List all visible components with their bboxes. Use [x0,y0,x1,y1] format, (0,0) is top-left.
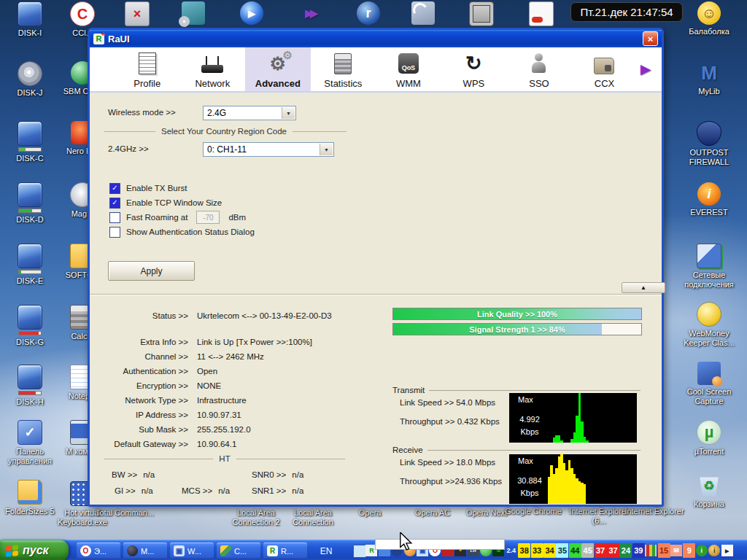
receive-section-header: Receive [392,446,640,454]
tray-badge-15[interactable]: 15 [658,543,670,558]
desktop-icon-балаболка[interactable]: ☺Балаболка [678,1,740,36]
desktop-icon-kmplayer-icon[interactable]: ▶▶ [295,1,325,25]
desktop-icon-everest[interactable]: iEVEREST [678,182,740,217]
desktop-icon-disk-j[interactable]: DISK-J [4,61,55,98]
status-label: Status >> [101,311,188,320]
desktop-icon-satellite-icon[interactable] [409,1,438,25]
desktop-icon-tv-icon[interactable] [467,1,496,26]
desktop-icon-панель-управления[interactable]: ✓Панель управления [4,420,55,466]
monitor-icon: ▣ [174,545,185,556]
desktop-icon-µtorrent[interactable]: µµTorrent [678,420,740,456]
tab-profile[interactable]: Profile [115,47,180,91]
tray-pigeon-icon[interactable]: ✉ [670,545,682,556]
checkbox-row-enable-tcp-window-size[interactable]: ✓Enable TCP Window Size [109,197,222,209]
taskbar-button-r[interactable]: RR... [263,542,307,559]
checkbox-fast-roaming-at[interactable] [109,212,120,223]
taskbar-button-э[interactable]: OЭ... [77,542,120,559]
desktop-icon-disk-c[interactable]: DISK-C [4,121,55,163]
start-button[interactable]: пуск [0,540,69,560]
desktop-icon-label: Балаболка [678,27,740,36]
desktop-icon-recorder-icon[interactable] [527,1,556,26]
next-tab-arrow-icon[interactable]: ► [637,59,662,79]
tray-usage-chart-icon[interactable] [645,545,657,556]
desktop-icon-outpost-firewall[interactable]: OUTPOST FIREWALL [678,121,740,167]
desktop-icon-disk-i[interactable]: DISK-I [4,1,55,38]
desktop-icon-disk-g[interactable]: DISK-G [4,305,55,347]
tab-wps[interactable]: ↻WPS [441,47,507,91]
tray-badge-37[interactable]: 37 [607,543,619,558]
desktop-icon-foldersizes-5[interactable]: FolderSizes 5 [4,480,55,516]
close-icon[interactable]: × [643,31,658,46]
band-label: 2.4GHz >> [108,144,149,153]
tab-statistics[interactable]: Statistics [311,47,376,91]
tray-badge-37[interactable]: 37 [595,543,607,558]
tab-wmm[interactable]: QoSWMM [376,47,441,91]
apply-button[interactable]: Apply [108,261,195,281]
taskbar-button-c[interactable]: C... [217,542,260,559]
window-titlebar[interactable]: R RaUI × [90,30,662,47]
checkbox-row-show-authentication-status-dialog[interactable]: Show Authentication Status Dialog [109,226,255,238]
checkbox-show-authentication-status-dialog[interactable] [109,227,120,238]
chevron-down-icon[interactable]: ▼ [282,107,295,119]
tray-badge-33[interactable]: 33 [531,543,543,558]
status-row-sub-mask: Sub Mask >>255.255.192.0 [101,425,251,434]
control-panel-icon: ✓ [18,420,42,445]
collapse-button[interactable]: ▲ [622,282,665,293]
rx-scale-unit: Kbps [520,489,538,497]
rx-scale-value: 30.884 [517,476,542,485]
tray-badge-24[interactable]: 24 [619,543,632,558]
tray-badge-38[interactable]: 38 [518,543,530,558]
fast-roaming-input[interactable]: -70 [196,211,220,224]
desktop-icon-disk-e[interactable]: DISK-E [4,244,55,286]
tab-icon-wrap [334,50,352,77]
link-quality-text: Link Quality >> 100% [393,308,641,319]
tray-badge-9[interactable]: 9 [683,543,695,558]
metric-value: n/a [292,486,303,495]
utorrent-icon: µ [697,420,721,445]
status-row-status: Status >>Ukrtelecom <--> 00-13-49-E2-00-… [101,311,332,320]
tx-link-speed: Link Speed >> 54.0 Mbps [400,398,495,407]
wireless-mode-select[interactable]: 2.4G ▼ [203,106,296,120]
desktop-icon-mylib[interactable]: MMyLib [678,61,740,96]
checkbox-row-enable-tx-burst[interactable]: ✓Enable TX Burst [109,182,187,194]
tray-info-green-icon[interactable]: i [696,545,708,556]
dbm-suffix-label: dBm [228,213,246,222]
chevron-down-icon[interactable]: ▼ [320,144,333,155]
tab-sso[interactable]: SSO [506,47,572,91]
checkbox-enable-tcp-window-size[interactable]: ✓ [109,198,120,209]
tab-advanced[interactable]: ⚙Advanced [245,47,311,91]
taskbar-button-w[interactable]: ▣W... [170,542,214,559]
language-indicator[interactable]: EN [314,542,338,559]
tx-max-label: Max [518,395,533,404]
taskbar-button-m[interactable]: M... [123,542,167,559]
desktop-icon-disk-d[interactable]: DISK-D [4,182,55,225]
tray-badge-39[interactable]: 39 [632,543,645,558]
desktop-icon-media-player-icon[interactable]: ▶ [237,1,266,25]
tray-volume-display-icon[interactable] [353,545,366,558]
checkbox-row-fast-roaming-at[interactable]: Fast Roaming at-70dBm [109,211,246,223]
tray-badge-45[interactable]: 45 [581,543,594,558]
desktop-icon-software-box-icon[interactable] [179,1,208,25]
tab-network[interactable]: Network [180,47,246,91]
tab-label: Profile [133,78,160,89]
tray-info-amber-icon[interactable]: i [708,545,720,556]
tray-overflow-arrow-icon[interactable]: ▶ [721,545,733,556]
tray-badge-35[interactable]: 35 [556,543,568,558]
desktop-icon-webmoney-keeper-clas[interactable]: WebMoney Keeper Clas... [678,302,740,348]
wps-icon: ↻ [465,54,482,74]
desktop-icon-cool-screen-capture[interactable]: Cool Screen Capture [678,362,740,406]
desktop-icon-корзина[interactable]: ♻Корзина [678,474,740,509]
tray-badge-44[interactable]: 44 [569,543,581,558]
desktop-icon-realplayer-icon[interactable]: r [354,1,383,25]
desktop-icon-сетевые-подключения[interactable]: Сетевые подключения [678,244,740,289]
desktop-icon-disk-h[interactable]: DISK-H [4,365,55,407]
desktop-icon-uninstall-box-icon[interactable]: × [123,1,152,26]
tray-band-2-4-icon[interactable]: 2.4 [506,545,517,556]
checkbox-enable-tx-burst[interactable]: ✓ [109,183,120,194]
channel-select[interactable]: 0: CH1-11 ▼ [203,142,334,157]
tray-badge-34[interactable]: 34 [543,543,556,558]
tab-ccx[interactable]: CCX [572,47,638,91]
network-icon [697,244,721,268]
status-row-authentication: Authentication >>Open [101,367,217,376]
disk-usage-bar [18,331,42,335]
